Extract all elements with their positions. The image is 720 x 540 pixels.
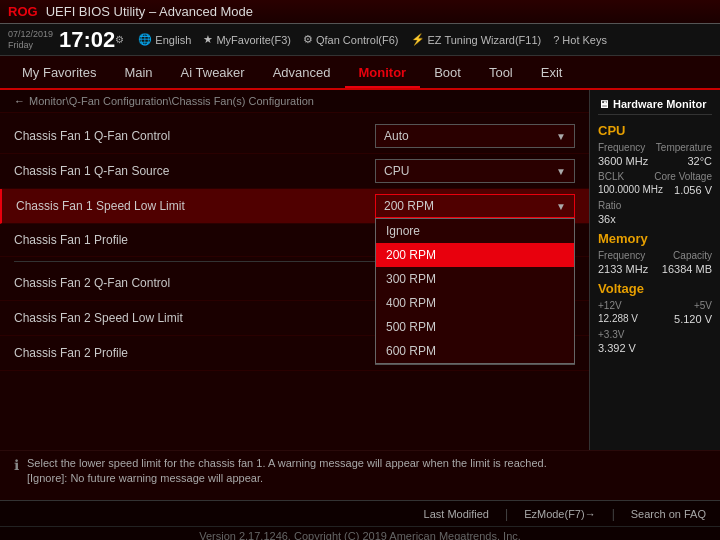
fan-icon: ⚙ — [303, 33, 313, 46]
nav-exit[interactable]: Exit — [527, 59, 577, 86]
volt-5v-label: +5V — [694, 300, 712, 311]
volt-5v-value: 5.120 V — [674, 313, 712, 325]
version-text: Version 2.17.1246. Copyright (C) 2019 Am… — [199, 530, 521, 540]
globe-icon: 🌐 — [138, 33, 152, 46]
cpu-bclk-corev-values: 100.0000 MHz 1.056 V — [598, 184, 712, 196]
volt-33-value-row: 3.392 V — [598, 342, 712, 354]
fan1-control-dropdown[interactable]: Auto ▼ — [375, 124, 575, 148]
mem-cap-value: 16384 MB — [662, 263, 712, 275]
fan1-source-select[interactable]: CPU ▼ — [375, 159, 575, 183]
volt-33-label-row: +3.3V — [598, 329, 712, 340]
info-icon: ℹ — [14, 457, 19, 473]
language-label: English — [155, 34, 191, 46]
footer-divider-1: | — [505, 507, 508, 521]
setting-row-fan1-control: Chassis Fan 1 Q-Fan Control Auto ▼ — [0, 119, 589, 154]
fan1-speed-dropdown-container: 200 RPM ▼ Ignore 200 RPM 300 RPM 400 RPM… — [375, 194, 575, 218]
mem-freq-cap-values: 2133 MHz 16384 MB — [598, 263, 712, 275]
version-bar: Version 2.17.1246. Copyright (C) 2019 Am… — [0, 526, 720, 540]
fan1-profile-label: Chassis Fan 1 Profile — [14, 233, 375, 247]
cpu-freq-temp-labels: Frequency Temperature — [598, 142, 712, 153]
core-voltage-label: Core Voltage — [654, 171, 712, 182]
nav-tool[interactable]: Tool — [475, 59, 527, 86]
option-500rpm[interactable]: 500 RPM — [376, 315, 574, 339]
cpu-temp-label: Temperature — [656, 142, 712, 153]
fan1-control-label: Chassis Fan 1 Q-Fan Control — [14, 129, 375, 143]
nav-main[interactable]: Main — [110, 59, 166, 86]
cpu-freq-temp-values: 3600 MHz 32°C — [598, 155, 712, 167]
nav-monitor[interactable]: Monitor — [345, 59, 421, 88]
breadcrumb-text: Monitor\Q-Fan Configuration\Chassis Fan(… — [29, 95, 314, 107]
day-text: Friday — [8, 40, 53, 51]
nav-boot[interactable]: Boot — [420, 59, 475, 86]
option-300rpm[interactable]: 300 RPM — [376, 267, 574, 291]
volt-33v-label: +3.3V — [598, 329, 624, 340]
ez-tuning-label: EZ Tuning Wizard(F11) — [428, 34, 542, 46]
option-ignore[interactable]: Ignore — [376, 219, 574, 243]
nav-advanced[interactable]: Advanced — [259, 59, 345, 86]
search-faq-link[interactable]: Search on FAQ — [631, 508, 706, 520]
question-icon: ? — [553, 34, 559, 46]
nav-ai-tweaker[interactable]: Ai Tweaker — [167, 59, 259, 86]
ratio-label: Ratio — [598, 200, 621, 211]
hot-keys-label: Hot Keys — [562, 34, 607, 46]
settings-table: Chassis Fan 1 Q-Fan Control Auto ▼ Chass… — [0, 113, 589, 377]
right-panel: 🖥 Hardware Monitor CPU Frequency Tempera… — [590, 90, 720, 450]
title-bar: ROG UEFI BIOS Utility – Advanced Mode — [0, 0, 720, 24]
fan1-source-value: CPU — [384, 164, 409, 178]
fan1-speed-value: 200 RPM — [384, 199, 434, 213]
footer: Last Modified | EzMode(F7)→ | Search on … — [0, 500, 720, 526]
bclk-label: BCLK — [598, 171, 624, 182]
voltage-section-title: Voltage — [598, 281, 712, 296]
cpu-freq-value: 3600 MHz — [598, 155, 648, 167]
hw-monitor-label: Hardware Monitor — [613, 98, 707, 110]
chevron-down-icon: ▼ — [556, 131, 566, 142]
nav-my-favorites[interactable]: My Favorites — [8, 59, 110, 86]
volt-12-5-labels: +12V +5V — [598, 300, 712, 311]
fan1-source-dropdown[interactable]: CPU ▼ — [375, 159, 575, 183]
ez-mode-button[interactable]: EzMode(F7)→ — [524, 508, 596, 520]
qfan-label: Qfan Control(F6) — [316, 34, 399, 46]
volt-12v-label: +12V — [598, 300, 622, 311]
language-link[interactable]: 🌐 English — [138, 33, 191, 46]
fan2-profile-label: Chassis Fan 2 Profile — [14, 346, 375, 360]
lightning-icon: ⚡ — [411, 33, 425, 46]
fan1-control-value: Auto — [384, 129, 409, 143]
cpu-ratio-label-row: Ratio — [598, 200, 712, 211]
back-arrow[interactable]: ← — [14, 95, 25, 107]
hw-monitor-title: 🖥 Hardware Monitor — [598, 98, 712, 115]
datetime: 07/12/2019 Friday — [8, 29, 53, 51]
ez-tuning-link[interactable]: ⚡ EZ Tuning Wizard(F11) — [411, 33, 542, 46]
mem-freq-label: Frequency — [598, 250, 645, 261]
core-voltage-value: 1.056 V — [674, 184, 712, 196]
last-modified-item: Last Modified — [424, 508, 489, 520]
chevron-down-icon: ▼ — [556, 166, 566, 177]
chevron-down-icon: ▼ — [556, 201, 566, 212]
cpu-bclk-corev-labels: BCLK Core Voltage — [598, 171, 712, 182]
option-200rpm[interactable]: 200 RPM — [376, 243, 574, 267]
star-icon: ★ — [203, 33, 213, 46]
qfan-link[interactable]: ⚙ Qfan Control(F6) — [303, 33, 399, 46]
fan1-speed-select[interactable]: 200 RPM ▼ — [375, 194, 575, 218]
myfavorite-link[interactable]: ★ MyFavorite(F3) — [203, 33, 291, 46]
speed-dropdown-menu: Ignore 200 RPM 300 RPM 400 RPM 500 RPM 6… — [375, 218, 575, 364]
cpu-freq-label: Frequency — [598, 142, 645, 153]
main-nav: My Favorites Main Ai Tweaker Advanced Mo… — [0, 56, 720, 90]
fan1-control-select[interactable]: Auto ▼ — [375, 124, 575, 148]
myfavorite-label: MyFavorite(F3) — [216, 34, 291, 46]
fan1-speed-label: Chassis Fan 1 Speed Low Limit — [16, 199, 375, 213]
bios-title: UEFI BIOS Utility – Advanced Mode — [46, 4, 253, 19]
option-400rpm[interactable]: 400 RPM — [376, 291, 574, 315]
volt-12-5-values: 12.288 V 5.120 V — [598, 313, 712, 325]
cpu-ratio-value-row: 36x — [598, 213, 712, 225]
footer-divider-2: | — [612, 507, 615, 521]
date-text: 07/12/2019 — [8, 29, 53, 40]
mem-freq-cap-labels: Frequency Capacity — [598, 250, 712, 261]
monitor-icon: 🖥 — [598, 98, 609, 110]
bottom-info: ℹ Select the lower speed limit for the c… — [0, 450, 720, 500]
breadcrumb: ← Monitor\Q-Fan Configuration\Chassis Fa… — [0, 90, 589, 113]
cpu-section-title: CPU — [598, 123, 712, 138]
option-600rpm[interactable]: 600 RPM — [376, 339, 574, 363]
hot-keys-link[interactable]: ? Hot Keys — [553, 33, 607, 46]
setting-row-fan1-source: Chassis Fan 1 Q-Fan Source CPU ▼ — [0, 154, 589, 189]
gear-icon: ⚙ — [115, 34, 124, 45]
